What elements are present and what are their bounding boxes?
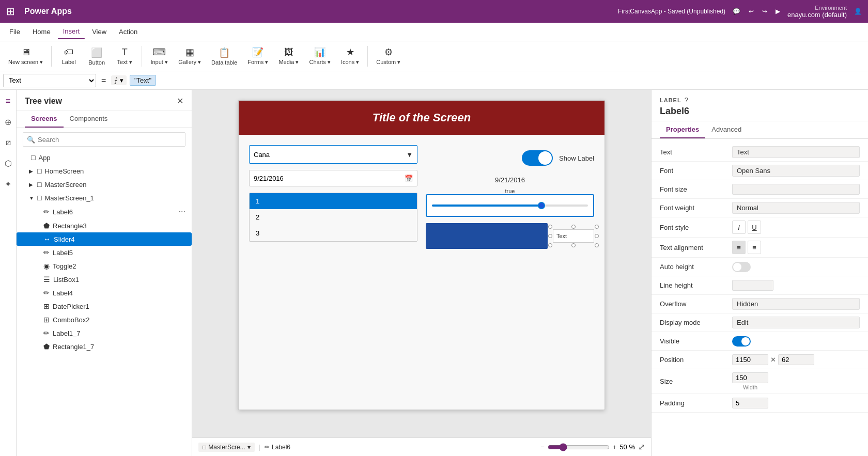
prop-padding-input[interactable]	[732, 398, 768, 408]
tree-item-rectangle3[interactable]: ⬟ Rectangle3	[17, 219, 192, 232]
tree-close-button[interactable]: ✕	[177, 96, 183, 106]
formula-value[interactable]: "Text"	[130, 75, 156, 86]
tree-item-toggle2[interactable]: ◉ Toggle2	[17, 259, 192, 273]
prop-position-x[interactable]	[732, 354, 768, 365]
align-left-button[interactable]: ≡	[732, 241, 746, 254]
canvas-datepicker[interactable]: 9/21/2016 📅	[249, 170, 417, 186]
ribbon-media[interactable]: 🖼 Media ▾	[274, 45, 303, 68]
italic-button[interactable]: I	[732, 221, 746, 234]
menu-action[interactable]: Action	[114, 25, 143, 39]
listbox-item-3[interactable]: 3	[250, 225, 417, 241]
canvas-slider[interactable]	[426, 194, 594, 217]
tree-item-masterscreen1[interactable]: ▼ □ MasterScreen_1	[17, 191, 192, 205]
right-tab-properties[interactable]: Properties	[660, 121, 705, 138]
tree-item-slider4[interactable]: ↔ Slider4	[17, 232, 192, 246]
play-icon[interactable]: ▶	[776, 8, 780, 15]
label6-more[interactable]: ···	[179, 207, 185, 216]
zoom-slider[interactable]	[548, 443, 610, 451]
tree-item-label5[interactable]: ✏ Label5	[17, 246, 192, 259]
zoom-out-button[interactable]: −	[540, 443, 545, 451]
prop-overflow-value[interactable]: Hidden	[732, 298, 860, 310]
canvas-text-box: Text	[553, 229, 594, 243]
ribbon-charts[interactable]: 📊 Charts ▾	[305, 44, 334, 68]
ribbon-gallery[interactable]: ▦ Gallery ▾	[174, 44, 205, 68]
underline-button[interactable]: U	[748, 221, 761, 234]
menu-view[interactable]: View	[87, 25, 112, 39]
ribbon-label[interactable]: 🏷 Label	[56, 45, 82, 67]
tree-item-label17[interactable]: ✏ Label1_7	[17, 326, 192, 340]
prop-text-value[interactable]: Text	[732, 146, 860, 158]
help-icon[interactable]: ?	[685, 96, 688, 104]
listbox-item-2[interactable]: 2	[250, 209, 417, 225]
environment-name: enayu.com (default)	[787, 11, 847, 19]
tree-item-masterscreen[interactable]: ▶ □ MasterScreen	[17, 178, 192, 191]
prop-fontsize-input[interactable]	[732, 184, 860, 195]
tree-item-datepicker1[interactable]: ⊞ DatePicker1	[17, 300, 192, 313]
prop-fontweight-value[interactable]: Normal	[732, 202, 860, 214]
prop-position-y[interactable]	[778, 354, 814, 365]
undo-icon[interactable]: ↩	[749, 8, 754, 15]
ribbon-custom[interactable]: ⚙ Custom ▾	[372, 44, 405, 68]
slider-thumb[interactable]	[538, 202, 545, 209]
ribbon-input[interactable]: ⌨ Input ▾	[146, 44, 172, 68]
ribbon-label-label: Label	[62, 59, 76, 65]
formula-fx-button[interactable]: ⨍ ▾	[111, 75, 127, 85]
left-tool-tree[interactable]: ≡	[1, 94, 16, 108]
right-tab-advanced[interactable]: Advanced	[705, 121, 748, 138]
ribbon-datatable[interactable]: 📋 Data table	[207, 45, 241, 68]
tree-item-combobox2[interactable]: ⊞ ComboBox2	[17, 313, 192, 326]
comment-icon[interactable]: 💬	[733, 8, 740, 15]
prop-visible-toggle[interactable]	[732, 336, 751, 347]
tree-item-label4[interactable]: ✏ Label4	[17, 286, 192, 300]
prop-textalign: Text alignment ≡ ≡	[652, 238, 868, 258]
position-x-clear[interactable]: ✕	[770, 356, 776, 364]
align-right-button[interactable]: ≡	[748, 241, 761, 254]
combobox2-icon: ⊞	[43, 316, 50, 324]
search-input[interactable]	[23, 132, 185, 147]
bottom-screen-arrow: ▾	[247, 444, 251, 451]
ribbon-icons[interactable]: ★ Icons ▾	[337, 44, 363, 68]
listbox-item-1[interactable]: 1	[250, 193, 417, 209]
prop-size-width[interactable]	[732, 372, 768, 383]
tree-item-label6[interactable]: ✏ Label6 ···	[17, 205, 192, 219]
ribbon-button[interactable]: ⬜ Button	[84, 45, 110, 68]
prop-lineheight: Line height	[652, 276, 868, 295]
zoom-expand-button[interactable]: ⤢	[638, 442, 645, 452]
tree-item-homescreen[interactable]: ▶ □ HomeScreen	[17, 164, 192, 178]
tree-tab-components[interactable]: Components	[64, 111, 114, 128]
ribbon-media-label: Media ▾	[278, 59, 299, 66]
prop-autoheight-value[interactable]	[732, 262, 751, 272]
ribbon-forms[interactable]: 📝 Forms ▾	[243, 44, 272, 68]
zoom-in-button[interactable]: +	[613, 443, 617, 451]
redo-icon[interactable]: ↪	[762, 8, 767, 15]
menu-home[interactable]: Home	[27, 25, 56, 39]
tree-item-rectangle17[interactable]: ⬟ Rectangle1_7	[17, 340, 192, 353]
waffle-icon[interactable]: ⊞	[6, 5, 15, 18]
bottom-label-tag[interactable]: ✏ Label6	[265, 444, 290, 451]
prop-displaymode-value[interactable]: Edit	[732, 317, 860, 328]
bottom-screen-tag[interactable]: □ MasterScre... ▾	[198, 443, 255, 452]
canvas-toggle[interactable]	[522, 150, 553, 166]
prop-autoheight: Auto height	[652, 258, 868, 276]
charts-icon: 📊	[314, 46, 326, 58]
slider-true-label: true	[426, 188, 594, 194]
prop-lineheight-input[interactable]	[732, 280, 773, 291]
prop-textalign-label: Text alignment	[660, 244, 732, 251]
user-avatar[interactable]: 👤	[854, 8, 862, 15]
canvas-combobox[interactable]: Cana ▼	[249, 145, 417, 164]
prop-position-label: Position	[660, 356, 732, 364]
left-tool-media[interactable]: ⬡	[1, 156, 16, 170]
prop-font-value[interactable]: Open Sans	[732, 165, 860, 177]
canvas-listbox[interactable]: 1 2 3	[249, 193, 417, 242]
tree-item-app[interactable]: □ App	[17, 151, 192, 164]
menu-insert[interactable]: Insert	[58, 24, 85, 39]
left-tool-data[interactable]: ⧄	[1, 135, 16, 150]
left-tool-components[interactable]: ✦	[1, 177, 16, 191]
formula-dropdown[interactable]: Text	[3, 74, 96, 87]
ribbon-text[interactable]: T Text ▾	[112, 45, 137, 68]
tree-tab-screens[interactable]: Screens	[25, 111, 64, 128]
tree-item-listbox1[interactable]: ☰ ListBox1	[17, 273, 192, 286]
menu-file[interactable]: File	[4, 25, 25, 39]
left-tool-add[interactable]: ⊕	[1, 115, 16, 129]
ribbon-new-screen[interactable]: 🖥 New screen ▾	[4, 45, 47, 68]
